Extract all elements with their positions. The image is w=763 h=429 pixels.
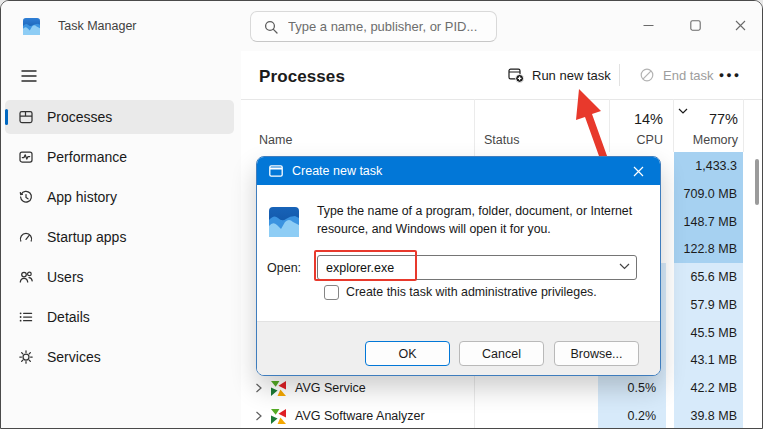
sidebar-item-app-history[interactable]: App history — [5, 180, 234, 214]
close-button[interactable] — [723, 9, 757, 41]
search-box[interactable] — [250, 11, 497, 42]
annotation-highlight-box — [314, 250, 417, 281]
new-task-icon — [508, 67, 524, 83]
memory-cell: 39.8 MB — [674, 402, 743, 429]
performance-icon — [18, 149, 34, 165]
memory-cell: 709.0 MB — [674, 180, 743, 208]
sidebar-item-label: Details — [47, 309, 90, 325]
app-history-icon — [18, 189, 34, 205]
run-new-task-button[interactable]: Run new task — [498, 61, 621, 89]
task-manager-window: Task Manager — [0, 0, 763, 429]
memory-total-percent[interactable]: 77% — [673, 111, 738, 127]
task-manager-icon — [269, 207, 299, 237]
ok-button[interactable]: OK — [365, 341, 450, 366]
search-icon — [264, 20, 278, 34]
memory-column-header[interactable]: Memory — [673, 133, 738, 147]
toolbar-divider — [619, 64, 620, 86]
sidebar: Processes Performance App history Startu… — [1, 51, 241, 429]
dialog-footer: OK Cancel Browse... — [257, 321, 660, 375]
memory-cell: 1,433.3 MB — [674, 152, 743, 180]
end-task-button[interactable]: End task — [629, 61, 724, 89]
name-cell: AVG Service — [255, 374, 366, 402]
memory-cell: 43.1 MB — [674, 346, 743, 374]
open-label: Open: — [267, 256, 301, 280]
sidebar-item-processes[interactable]: Processes — [5, 100, 234, 134]
maximize-button[interactable] — [678, 9, 712, 41]
sidebar-item-performance[interactable]: Performance — [5, 140, 234, 174]
browse-button[interactable]: Browse... — [554, 341, 639, 366]
process-name: AVG Service — [295, 381, 366, 395]
expand-chevron-icon[interactable] — [255, 383, 262, 393]
run-new-task-label: Run new task — [532, 68, 611, 83]
cpu-column-header[interactable]: CPU — [598, 133, 663, 147]
sidebar-item-label: Performance — [47, 149, 127, 165]
navigation-menu-button[interactable] — [13, 61, 45, 91]
memory-cell: 148.7 MB — [674, 208, 743, 236]
process-name: AVG Software Analyzer — [295, 409, 425, 423]
end-task-label: End task — [663, 68, 714, 83]
selected-accent-bar — [5, 109, 8, 125]
create-new-task-dialog: Create new task Type the name of a progr… — [256, 156, 661, 376]
avg-app-icon — [271, 409, 286, 424]
sidebar-item-label: Users — [47, 269, 84, 285]
table-row[interactable]: AVG Service 0.5% 42.2 MB — [241, 374, 763, 402]
users-icon — [18, 269, 34, 285]
sidebar-item-label: App history — [47, 189, 117, 205]
sidebar-item-services[interactable]: Services — [5, 340, 234, 374]
minimize-icon — [643, 20, 654, 31]
memory-cell: 57.9 MB — [674, 291, 743, 319]
minimize-button[interactable] — [631, 9, 665, 41]
memory-cell: 45.5 MB — [674, 319, 743, 347]
avg-app-icon — [271, 381, 286, 396]
sidebar-item-details[interactable]: Details — [5, 300, 234, 334]
startup-apps-icon — [18, 229, 34, 245]
admin-privileges-label: Create this task with administrative pri… — [346, 283, 597, 301]
dialog-title: Create new task — [292, 164, 382, 178]
sidebar-item-startup-apps[interactable]: Startup apps — [5, 220, 234, 254]
toolbar-separator — [241, 99, 763, 100]
close-icon — [633, 166, 644, 177]
dialog-description: Type the name of a program, folder, docu… — [317, 203, 655, 238]
sidebar-item-label: Services — [47, 349, 101, 365]
admin-privileges-checkbox[interactable] — [324, 285, 339, 300]
cancel-button[interactable]: Cancel — [459, 341, 544, 366]
ellipsis-icon: ●●● — [719, 70, 741, 80]
sidebar-item-label: Startup apps — [47, 229, 126, 245]
name-cell: AVG Software Analyzer — [255, 402, 425, 429]
expand-chevron-icon[interactable] — [255, 411, 262, 421]
memory-cell: 122.8 MB — [674, 235, 743, 263]
processes-icon — [18, 109, 34, 125]
cpu-cell: 0.2% — [598, 402, 666, 429]
name-column-header[interactable]: Name — [259, 133, 292, 147]
status-column-header[interactable]: Status — [484, 133, 519, 147]
window-titlebar: Task Manager — [1, 1, 763, 51]
sidebar-item-users[interactable]: Users — [5, 260, 234, 294]
combo-chevron-down-icon[interactable] — [619, 263, 630, 270]
memory-cell: 42.2 MB — [674, 374, 743, 402]
search-input[interactable] — [288, 19, 483, 34]
vertical-scrollbar-thumb[interactable] — [755, 159, 759, 205]
hamburger-icon — [21, 70, 37, 82]
page-title: Processes — [259, 51, 345, 99]
dialog-titlebar: Create new task — [257, 157, 660, 185]
prohibition-icon — [639, 67, 655, 83]
task-manager-logo-icon — [23, 18, 40, 35]
app-title: Task Manager — [58, 1, 137, 51]
table-row[interactable]: AVG Software Analyzer 0.2% 39.8 MB — [241, 402, 763, 429]
memory-cell: 65.6 MB — [674, 263, 743, 291]
sidebar-item-label: Processes — [47, 109, 112, 125]
column-divider — [743, 99, 744, 152]
dialog-window-icon — [269, 165, 283, 177]
cpu-cell: 0.5% — [598, 374, 666, 402]
cpu-total-percent[interactable]: 14% — [598, 111, 663, 127]
close-icon — [735, 20, 746, 31]
dialog-close-button[interactable] — [618, 157, 658, 185]
services-icon — [18, 349, 34, 365]
details-icon — [18, 309, 34, 325]
more-options-button[interactable]: ●●● — [711, 61, 749, 89]
maximize-icon — [690, 20, 701, 31]
